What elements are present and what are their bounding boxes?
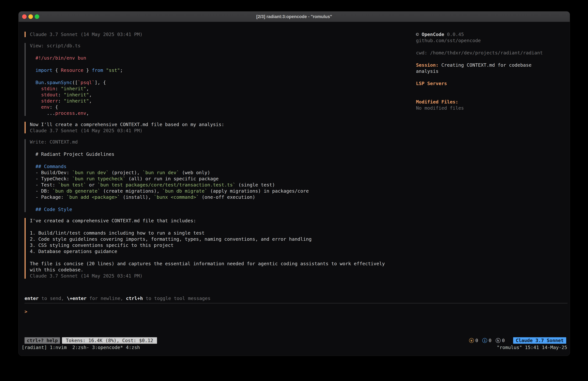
message-line (30, 254, 385, 261)
info-diagnostic: i0 (482, 338, 491, 343)
message-line (30, 73, 385, 79)
message-line: import { Resource } from "sst"; (30, 67, 385, 73)
tmux-status-bar: [radiant] 1:nvim 2:zsh- 3:opencode* 4:zs… (22, 344, 567, 351)
message-line: 1. Build/lint/test commands including ho… (30, 230, 385, 236)
message-line: Claude 3.7 Sonnet (14 May 2025 03:41 PM) (30, 128, 385, 134)
message-line: ...process.env, (30, 110, 385, 116)
message-line: Bun.spawnSync([`psql`], { (30, 79, 385, 86)
help-line: enter to send, \+enter for newline, ctrl… (24, 295, 210, 301)
message-line: - DB: `bun db generate` (create migratio… (30, 188, 385, 194)
model-chip[interactable]: Claude 3.7 Sonnet (513, 337, 566, 344)
message-block: Claude 3.7 Sonnet (14 May 2025 03:41 PM) (24, 31, 385, 37)
message-line: stderr: "inherit", (30, 98, 385, 104)
app-header: © OpenCode 0.0.45 (416, 31, 548, 37)
warning-diagnostic: W0 (469, 338, 478, 343)
message-line: Claude 3.7 Sonnet (14 May 2025 03:41 PM) (30, 273, 385, 279)
warning-count: 0 (475, 338, 478, 343)
message-line: stdin: "inherit", (30, 86, 385, 92)
prompt-symbol: > (24, 309, 27, 314)
message-block: Write: CONTEXT.md # Radiant Project Guid… (24, 139, 385, 212)
hint-icon: h (496, 338, 501, 343)
hint-diagnostic: h0 (496, 338, 505, 343)
message-line: - Test: `bun test` or `bun test packages… (30, 182, 385, 188)
message-line (30, 145, 385, 151)
modified-files-empty: No modified files (416, 105, 548, 111)
message-line: ## Code Style (30, 206, 385, 212)
message-line: - Build/Dev: `bun run dev` (project), `b… (30, 170, 385, 176)
app-name: OpenCode (422, 32, 444, 37)
input-divider (24, 303, 567, 303)
tokens-cost-chip: Tokens: 16.4K (8%), Cost: $0.12 (62, 337, 157, 344)
message-line: with this codebase. (30, 267, 385, 273)
warning-icon: W (469, 338, 474, 343)
message-line: ## Commands (30, 163, 385, 170)
message-input[interactable]: > (24, 309, 567, 336)
message-line: Write: CONTEXT.md (30, 139, 385, 145)
opencode-logo-icon: © (416, 32, 419, 37)
message-block: I've created a comprehensive CONTEXT.md … (24, 218, 385, 279)
tmux-host-clock: "romulus" 15:41 14-May-25 (497, 345, 567, 350)
info-icon: i (482, 338, 487, 343)
message-line: Claude 3.7 Sonnet (14 May 2025 03:41 PM) (30, 31, 385, 37)
message-line (30, 157, 385, 163)
message-line: Now I'll create a comprehensive CONTEXT.… (30, 121, 385, 128)
cwd-path: /home/thdxr/dev/projects/radiant/radiant (430, 50, 543, 56)
session-line: Session: Creating CONTEXT.md for codebas… (416, 62, 548, 74)
traffic-lights (22, 11, 39, 22)
cwd-line: cwd: /home/thdxr/dev/projects/radiant/ra… (416, 50, 548, 56)
message-line (30, 49, 385, 55)
info-count: 0 (489, 338, 491, 343)
diagnostics: W0i0h0 (469, 337, 509, 344)
message-block: Now I'll create a comprehensive CONTEXT.… (24, 121, 385, 134)
sidebar: © OpenCode 0.0.45 github.com/sst/opencod… (416, 31, 548, 111)
hint-count: 0 (502, 338, 505, 343)
titlebar[interactable]: [2/3] radiant:3:opencode - "romulus" (19, 11, 570, 22)
modified-files-header: Modified Files: (416, 99, 548, 105)
session-label: Session: (416, 62, 439, 68)
window-title: [2/3] radiant:3:opencode - "romulus" (19, 14, 570, 19)
status-bar: ctrl+? help Tokens: 16.4K (8%), Cost: $0… (24, 337, 566, 344)
message-line: The file is concise (20 lines) and captu… (30, 261, 385, 267)
zoom-button[interactable] (35, 14, 39, 19)
message-line: 4. Database operations guidance (30, 248, 385, 254)
message-line: - TypeCheck: `bun run typecheck` (all) o… (30, 176, 385, 182)
message-line: # Radiant Project Guidelines (30, 151, 385, 157)
status-spacer (159, 337, 467, 344)
close-button[interactable] (22, 14, 27, 19)
message-line: #!/usr/bin/env bun (30, 55, 385, 61)
message-line: stdout: "inherit", (30, 92, 385, 98)
message-block: View: script/db.ts #!/usr/bin/env bun im… (24, 43, 385, 116)
message-line: 2. Code style guidelines covering import… (30, 236, 385, 242)
message-line: 3. CSS styling conventions specific to t… (30, 242, 385, 248)
help-chip[interactable]: ctrl+? help (24, 337, 60, 344)
message-line (30, 224, 385, 230)
message-line: View: script/db.ts (30, 43, 385, 49)
repo-link: github.com/sst/opencode (416, 37, 548, 44)
message-line: - Package: `bun add <package>` (install)… (30, 194, 385, 200)
lsp-servers-header: LSP Servers (416, 80, 548, 87)
terminal-window: [2/3] radiant:3:opencode - "romulus" Cla… (18, 11, 570, 356)
minimize-button[interactable] (28, 14, 33, 19)
cwd-label: cwd: (416, 50, 427, 56)
conversation: Claude 3.7 Sonnet (14 May 2025 03:41 PM)… (24, 31, 385, 284)
message-line (30, 61, 385, 67)
message-line (30, 200, 385, 206)
app-version: 0.0.45 (447, 32, 464, 37)
message-line: I've created a comprehensive CONTEXT.md … (30, 218, 385, 224)
message-line: env: { (30, 104, 385, 110)
tmux-window-list[interactable]: [radiant] 1:nvim 2:zsh- 3:opencode* 4:zs… (22, 345, 140, 350)
